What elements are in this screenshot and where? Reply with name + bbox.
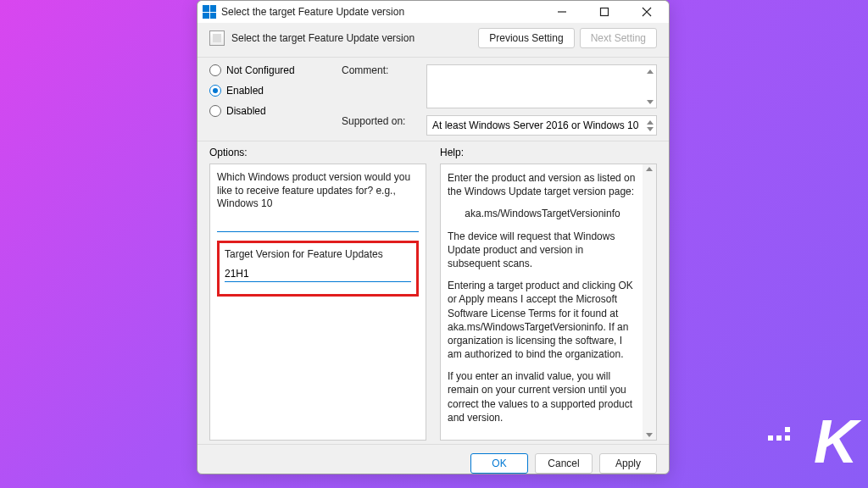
radio-not-configured[interactable]: Not Configured	[209, 64, 328, 76]
radio-label: Not Configured	[226, 64, 295, 76]
config-icon	[209, 30, 225, 46]
svg-rect-1	[601, 8, 609, 16]
product-version-input[interactable]	[217, 216, 419, 232]
help-header: Help:	[440, 147, 657, 158]
radio-label: Enabled	[226, 85, 264, 97]
radio-icon	[209, 105, 221, 117]
gpo-editor-window: Select the target Feature Update version…	[197, 0, 670, 474]
comment-label: Comment:	[342, 64, 418, 108]
cancel-button[interactable]: Cancel	[535, 453, 593, 474]
setting-header: Select the target Feature Update version…	[198, 23, 669, 58]
radio-label: Disabled	[226, 105, 266, 117]
apply-button[interactable]: Apply	[599, 453, 657, 474]
help-text: aka.ms/WindowsTargetVersioninfo	[448, 207, 637, 220]
radio-enabled[interactable]: Enabled	[209, 85, 328, 97]
help-panel: Enter the product and version as listed …	[440, 164, 657, 441]
options-panel: Which Windows product version would you …	[209, 164, 426, 441]
scroll-up-icon[interactable]	[644, 65, 656, 77]
supported-on-text: At least Windows Server 2016 or Windows …	[432, 119, 638, 131]
minimize-button[interactable]	[545, 1, 579, 23]
target-version-input[interactable]	[225, 266, 411, 282]
previous-setting-button[interactable]: Previous Setting	[478, 28, 574, 48]
help-text: Entering a target product and clicking O…	[448, 279, 637, 361]
window-title: Select the target Feature Update version	[221, 6, 404, 18]
logo-dots-icon	[768, 427, 790, 441]
titlebar: Select the target Feature Update version	[198, 1, 669, 23]
radio-icon	[209, 85, 221, 97]
supported-label: Supported on:	[342, 115, 418, 136]
supported-on-box: At least Windows Server 2016 or Windows …	[426, 115, 657, 136]
radio-disabled[interactable]: Disabled	[209, 105, 328, 117]
next-setting-button[interactable]: Next Setting	[580, 28, 657, 48]
scroll-down-icon[interactable]	[644, 96, 656, 108]
state-radio-group: Not Configured Enabled Disabled	[209, 64, 328, 136]
product-version-prompt: Which Windows product version would you …	[217, 171, 419, 211]
ok-button[interactable]: OK	[470, 453, 528, 474]
maximize-button[interactable]	[587, 1, 621, 23]
help-text: Enter the product and version as listed …	[448, 171, 637, 198]
site-logo: K	[814, 407, 853, 476]
window-icon	[203, 5, 216, 19]
radio-icon	[209, 64, 221, 76]
comment-input[interactable]	[426, 64, 657, 108]
scroll-down-icon[interactable]	[644, 123, 656, 135]
setting-title: Select the target Feature Update version	[231, 32, 415, 44]
help-text: The device will request that Windows Upd…	[448, 230, 637, 271]
options-header: Options:	[209, 147, 426, 158]
target-version-highlight: Target Version for Feature Updates	[217, 241, 419, 297]
close-button[interactable]	[630, 1, 664, 23]
target-version-label: Target Version for Feature Updates	[225, 248, 411, 262]
help-text: If you enter an invalid value, you will …	[448, 369, 637, 424]
scrollbar[interactable]	[643, 164, 656, 440]
